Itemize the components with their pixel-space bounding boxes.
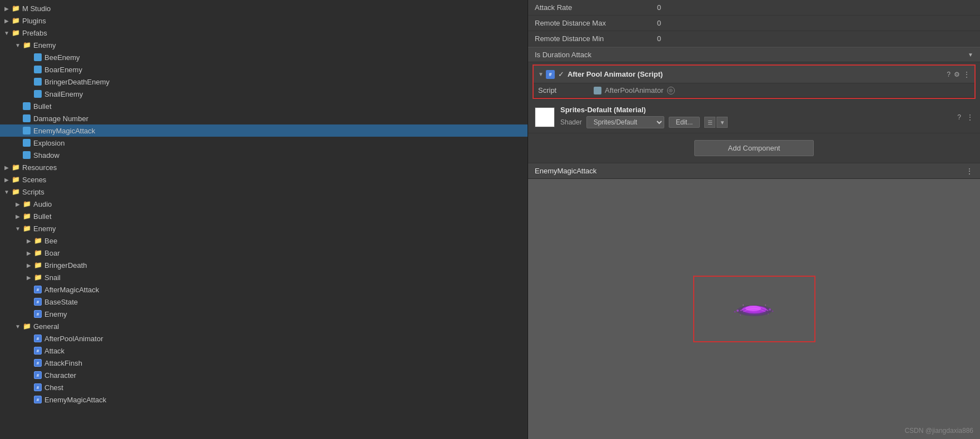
tree-item-m-studio[interactable]: ▶ 📁 M Studio (0, 2, 528, 14)
tree-item-enemy-script[interactable]: # Enemy (0, 308, 528, 320)
remote-distance-min-label: Remote Distance Min (535, 34, 657, 43)
prefab-icon (22, 126, 31, 135)
script-icon: # (33, 383, 42, 392)
svg-point-5 (769, 308, 771, 311)
arrow-spacer (24, 358, 33, 367)
prefab-icon (22, 114, 31, 123)
folder-icon: 📁 (22, 212, 31, 221)
arrow-icon: ▼ (2, 28, 11, 37)
tree-label: Resources (22, 163, 57, 172)
tree-item-damage-number[interactable]: Damage Number (0, 112, 528, 124)
arrow-spacer (24, 310, 33, 318)
arrow-spacer (13, 151, 22, 159)
tree-item-base-state[interactable]: # BaseState (0, 296, 528, 308)
script-select-icon[interactable]: ◎ (667, 87, 675, 94)
settings-icon[interactable]: ⚙ (954, 71, 960, 78)
tree-item-attack-finish[interactable]: # AttackFinsh (0, 357, 528, 369)
remote-distance-max-row: Remote Distance Max 0 (528, 16, 980, 31)
arrow-spacer (24, 346, 33, 355)
attack-rate-label: Attack Rate (535, 3, 657, 12)
sprite-preview-box (693, 276, 815, 342)
tree-item-resources[interactable]: ▶ 📁 Resources (0, 161, 528, 173)
tree-item-snail[interactable]: ▶ 📁 Snail (0, 271, 528, 283)
tree-label: BaseState (44, 298, 78, 306)
tree-item-explosion[interactable]: Explosion (0, 137, 528, 149)
arrow-icon: ▶ (13, 212, 22, 221)
tree-item-enemy-scripts[interactable]: ▼ 📁 Enemy (0, 222, 528, 235)
tree-item-bullet[interactable]: Bullet (0, 100, 528, 112)
arrow-spacer (24, 65, 33, 74)
folder-icon: 📁 (11, 163, 20, 172)
script-label: Script (538, 86, 594, 94)
arrow-icon: ▶ (24, 248, 33, 257)
tree-item-bringer-death[interactable]: BringerDeathEnemy (0, 76, 528, 88)
component-header: ▼ # ✓ After Pool Animator (Script) ? ⚙ ⋮ (534, 66, 974, 83)
tree-label: Enemy (44, 310, 67, 318)
arrow-icon: ▼ (13, 224, 22, 233)
folder-icon: 📁 (11, 4, 20, 13)
svg-point-9 (740, 315, 741, 316)
tree-item-bee[interactable]: ▶ 📁 Bee (0, 235, 528, 247)
more-icon[interactable]: ⋮ (963, 71, 970, 78)
tree-item-attack[interactable]: # Attack (0, 345, 528, 357)
tree-item-boar[interactable]: ▶ 📁 Boar (0, 247, 528, 259)
help-icon[interactable]: ? (947, 71, 951, 78)
arrow-spacer (24, 89, 33, 98)
shader-dropdown[interactable]: Sprites/Default (586, 116, 664, 128)
tree-item-scenes[interactable]: ▶ 📁 Scenes (0, 173, 528, 186)
folder-icon: 📁 (22, 224, 31, 233)
edit-button[interactable]: Edit... (669, 117, 700, 128)
tree-item-general[interactable]: ▼ 📁 General (0, 320, 528, 332)
tree-item-enemy-magic-attack[interactable]: EnemyMagicAttack (0, 124, 528, 137)
tree-label: Bullet (33, 212, 52, 221)
arrow-icon: ▶ (2, 4, 11, 13)
prefab-icon (22, 138, 31, 147)
tree-item-snail-enemy[interactable]: SnailEnemy (0, 88, 528, 100)
tree-item-plugins[interactable]: ▶ 📁 Plugins (0, 14, 528, 27)
arrow-icon: ▶ (24, 261, 33, 270)
add-component-button[interactable]: Add Component (694, 140, 814, 156)
arrow-spacer (24, 285, 33, 294)
component-toggle-icon[interactable]: ▼ (538, 71, 544, 77)
tree-item-bringer-death-folder[interactable]: ▶ 📁 BringerDeath (0, 259, 528, 271)
material-help-icon[interactable]: ? (957, 113, 961, 121)
tree-item-after-magic-attack[interactable]: # AfterMagicAttack (0, 283, 528, 296)
tree-label: General (33, 322, 59, 331)
tree-item-boar-enemy[interactable]: BoarEnemy (0, 63, 528, 76)
component-check-icon[interactable]: ✓ (558, 70, 564, 78)
list-icon[interactable]: ☰ (704, 117, 715, 128)
add-component-section: Add Component (528, 133, 980, 163)
prefab-icon (33, 53, 42, 62)
tree-item-bee-enemy[interactable]: BeeEnemy (0, 51, 528, 63)
material-more-icon[interactable]: ⋮ (967, 113, 973, 121)
duration-attack-row[interactable]: Is Duration Attack ▼ (528, 47, 980, 62)
tree-label: Prefabs (22, 29, 47, 37)
tree-item-enemy-folder[interactable]: ▼ 📁 Enemy (0, 39, 528, 51)
tree-item-character[interactable]: # Character (0, 369, 528, 381)
tree-item-audio[interactable]: ▶ 📁 Audio (0, 198, 528, 210)
folder-icon: 📁 (33, 261, 42, 270)
arrow-icon: ▼ (13, 41, 22, 49)
prefab-icon (33, 65, 42, 74)
component-section: ▼ # ✓ After Pool Animator (Script) ? ⚙ ⋮… (533, 64, 976, 99)
preview-more-icon[interactable]: ⋮ (966, 167, 973, 176)
tree-item-after-pool-animator[interactable]: # AfterPoolAnimator (0, 332, 528, 345)
remote-distance-max-label: Remote Distance Max (535, 19, 657, 27)
folder-icon: 📁 (22, 322, 31, 331)
script-icon: # (33, 395, 42, 404)
tree-item-prefabs[interactable]: ▼ 📁 Prefabs (0, 27, 528, 39)
prefab-icon (33, 77, 42, 86)
tree-item-chest[interactable]: # Chest (0, 381, 528, 393)
tree-item-enemy-magic-attack-script[interactable]: # EnemyMagicAttack (0, 393, 528, 406)
shader-list-icons: ☰ ▼ (704, 117, 728, 128)
tree-item-bullet-scripts[interactable]: ▶ 📁 Bullet (0, 210, 528, 222)
expand-icon[interactable]: ▼ (717, 117, 728, 128)
folder-icon: 📁 (33, 273, 42, 282)
folder-icon: 📁 (11, 175, 20, 184)
tree-label: Damage Number (33, 114, 88, 123)
tree-item-scripts[interactable]: ▼ 📁 Scripts (0, 186, 528, 198)
folder-icon: 📁 (22, 199, 31, 208)
tree-label: Snail (44, 273, 61, 282)
prefab-icon (22, 102, 31, 111)
tree-item-shadow[interactable]: Shadow (0, 149, 528, 161)
